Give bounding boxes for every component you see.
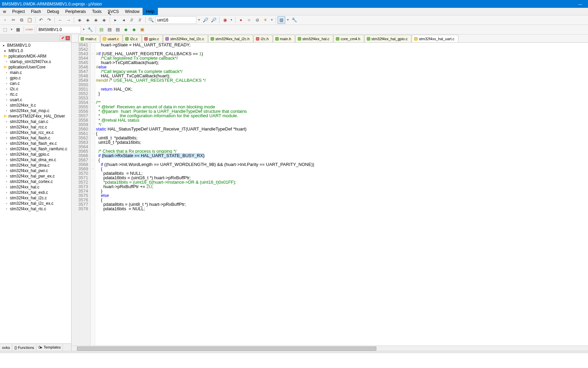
bookmark-prev-icon[interactable]: ◈ bbox=[84, 16, 92, 24]
target-select[interactable] bbox=[37, 26, 81, 33]
pane-tab-templates[interactable]: 0▸ Templates bbox=[36, 344, 63, 351]
menu-debug[interactable]: Debug bbox=[44, 8, 62, 15]
tree-file[interactable]: ▫startup_stm32f407xx.s bbox=[0, 59, 71, 64]
target-dropdown-icon[interactable]: ▼ bbox=[82, 26, 86, 33]
project-tree[interactable]: ▸BMSMBV1.0▸MBV1.0📁pplication/MDK-ARM▫sta… bbox=[0, 42, 71, 343]
find-dropdown-icon[interactable]: ▼ bbox=[197, 16, 201, 24]
uncomment-icon[interactable]: // bbox=[136, 16, 144, 24]
tree-file[interactable]: ▫stm32f4xx_it.c bbox=[0, 103, 71, 108]
translate-dropdown-icon[interactable]: ▼ bbox=[10, 26, 14, 33]
rebuild-icon[interactable]: ▤ bbox=[114, 26, 121, 33]
editor-tab[interactable]: main.h bbox=[273, 35, 295, 42]
debug-dropdown-icon[interactable]: ▼ bbox=[229, 16, 233, 24]
nav-back-icon[interactable]: ← bbox=[56, 16, 64, 24]
tree-file[interactable]: ▫rtc.c bbox=[0, 92, 71, 97]
menu-tools[interactable]: Tools bbox=[89, 8, 104, 15]
configure-icon[interactable]: 🔧 bbox=[291, 16, 298, 24]
tree-file[interactable]: ▫stm32f4xx_hal_i2c_ex.c bbox=[0, 201, 71, 206]
tree-file[interactable]: ▫usart.c bbox=[0, 97, 71, 103]
tree-file[interactable]: ▫stm32f4xx_hal_msp.c bbox=[0, 108, 71, 113]
tree-file[interactable]: ▫stm32f4xx_hal_rcc_ex.c bbox=[0, 130, 71, 135]
editor-tab[interactable]: stm32f4xx_hal_i2c.c bbox=[163, 35, 208, 42]
nav-right-icon[interactable]: ◆ bbox=[130, 26, 138, 33]
cut-icon[interactable]: ✂ bbox=[10, 16, 17, 24]
code-text[interactable]: huart->gState = HAL_UART_STATE_READY;#if… bbox=[95, 43, 588, 346]
menu-view[interactable]: w bbox=[0, 8, 9, 15]
manage-icon[interactable]: ▤ bbox=[98, 26, 105, 33]
tree-root[interactable]: ▸BMSMBV1.0 bbox=[0, 43, 71, 48]
bookmark-icon[interactable]: ◈ bbox=[76, 16, 83, 24]
new-icon[interactable]: ▫ bbox=[1, 16, 9, 24]
find-icon[interactable]: 🔍 bbox=[147, 16, 155, 24]
tree-file[interactable]: ▫stm32f4xx_hal_gpio.c bbox=[0, 152, 71, 157]
redo-icon[interactable]: ↷ bbox=[45, 16, 53, 24]
tree-file[interactable]: ▫can.c bbox=[0, 81, 71, 86]
menu-flash[interactable]: Flash bbox=[28, 8, 44, 15]
editor-tab[interactable]: main.c bbox=[78, 35, 100, 42]
pane-tab-books[interactable]: ooks bbox=[0, 344, 12, 351]
editor-tab[interactable]: stm32f4xx_hal_uart.c bbox=[412, 35, 458, 42]
editor-tab[interactable]: i2c.h bbox=[254, 35, 272, 42]
horizontal-scrollbar[interactable] bbox=[71, 346, 588, 351]
find-next-icon[interactable]: 🔎 bbox=[202, 16, 209, 24]
tree-file[interactable]: ▫stm32f4xx_hal_flash_ex.c bbox=[0, 141, 71, 146]
menu-window[interactable]: Window bbox=[122, 8, 143, 15]
scrollbar-thumb[interactable] bbox=[77, 347, 376, 351]
batch-icon[interactable]: ▤ bbox=[106, 26, 113, 33]
tree-file[interactable]: ▫stm32f4xx_hal_pwr.c bbox=[0, 168, 71, 173]
editor-tab[interactable]: stm32f4xx_hal_gpio.c bbox=[364, 35, 411, 42]
pane-pin-icon[interactable]: 📌 bbox=[60, 36, 65, 41]
tree-file[interactable]: ▫stm32f4xx_hal_pwr_ex.c bbox=[0, 173, 71, 179]
editor-tab[interactable]: core_cm4.h bbox=[333, 35, 364, 42]
options-icon[interactable]: 🔧 bbox=[86, 26, 94, 33]
code-area[interactable]: 3541354235433544354535463547354835493550… bbox=[71, 43, 588, 346]
copy-icon[interactable]: ⧉ bbox=[18, 16, 25, 24]
editor-tab[interactable]: gpio.c bbox=[142, 35, 163, 42]
menu-svcs[interactable]: SVCS bbox=[104, 8, 122, 15]
tree-file[interactable]: ▫stm32f4xx_hal_flash.c bbox=[0, 135, 71, 141]
tree-file[interactable]: ▫stm32f4xx_hal_dma_ex.c bbox=[0, 157, 71, 163]
editor-tab[interactable]: stm32f4xx_hal_i2c.h bbox=[208, 35, 253, 42]
tree-group[interactable]: 📁pplication/MDK-ARM bbox=[0, 53, 71, 59]
load-icon[interactable]: LOAD bbox=[26, 26, 33, 33]
undo-icon[interactable]: ↶ bbox=[37, 16, 45, 24]
editor-tab[interactable]: stm32f4xx_hal.c bbox=[295, 35, 333, 42]
outdent-icon[interactable]: ◂ bbox=[120, 16, 127, 24]
find-in-files-icon[interactable]: 🔎 bbox=[210, 16, 217, 24]
breakpoint-disable-icon[interactable]: ⊘ bbox=[254, 16, 261, 24]
pane-tab-functions[interactable]: {} Functions bbox=[12, 344, 36, 351]
bookmark-clear-icon[interactable]: ◈ bbox=[100, 16, 108, 24]
paste-icon[interactable]: 📋 bbox=[26, 16, 33, 24]
nav-left-icon[interactable]: ◆ bbox=[122, 26, 130, 33]
pane-close-icon[interactable]: × bbox=[65, 36, 70, 41]
editor-tab[interactable]: i2c.c bbox=[123, 35, 142, 42]
bookmark-next-icon[interactable]: ◈ bbox=[92, 16, 100, 24]
tree-file[interactable]: ▫stm32f4xx_hal_i2c.c bbox=[0, 195, 71, 201]
bp-dropdown-icon[interactable]: ▼ bbox=[270, 16, 274, 24]
menu-project[interactable]: Project bbox=[9, 8, 28, 15]
tree-file[interactable]: ▫main.c bbox=[0, 70, 71, 75]
nav-fwd-icon[interactable]: → bbox=[65, 16, 72, 24]
tree-file[interactable]: ▫stm32f4xx_hal.c bbox=[0, 184, 71, 190]
tree-group[interactable]: 📁rivers/STM32F4xx_HAL_Driver bbox=[0, 113, 71, 119]
translate-icon[interactable]: ⬚ bbox=[1, 26, 9, 33]
tree-file[interactable]: ▫stm32f4xx_hal_flash_ramfunc.c bbox=[0, 146, 71, 152]
books-icon[interactable]: ▣ bbox=[138, 26, 146, 33]
breakpoint-kill-icon[interactable]: ☀ bbox=[262, 16, 269, 24]
tree-group[interactable]: ▸MBV1.0 bbox=[0, 48, 71, 53]
indent-icon[interactable]: ▸ bbox=[112, 16, 119, 24]
build-icon[interactable]: ▦ bbox=[14, 26, 22, 33]
comment-icon[interactable]: // bbox=[128, 16, 135, 24]
menu-help[interactable]: Help bbox=[143, 8, 158, 15]
breakpoint-insert-icon[interactable]: ● bbox=[237, 16, 245, 24]
window-icon[interactable]: ▥ bbox=[278, 16, 285, 24]
breakpoint-enable-icon[interactable]: ○ bbox=[245, 16, 253, 24]
minimize-button[interactable]: — bbox=[574, 2, 586, 6]
tree-file[interactable]: ▫stm32f4xx_hal_cortex.c bbox=[0, 179, 71, 184]
tree-file[interactable]: ▫gpio.c bbox=[0, 75, 71, 81]
tree-group[interactable]: 📁pplication/User/Core bbox=[0, 64, 71, 70]
tree-file[interactable]: ▫stm32f4xx_hal_exti.c bbox=[0, 190, 71, 195]
debug-icon[interactable]: ◉ bbox=[221, 16, 229, 24]
tree-file[interactable]: ▫i2c.c bbox=[0, 86, 71, 92]
window-dropdown-icon[interactable]: ▼ bbox=[286, 16, 290, 24]
